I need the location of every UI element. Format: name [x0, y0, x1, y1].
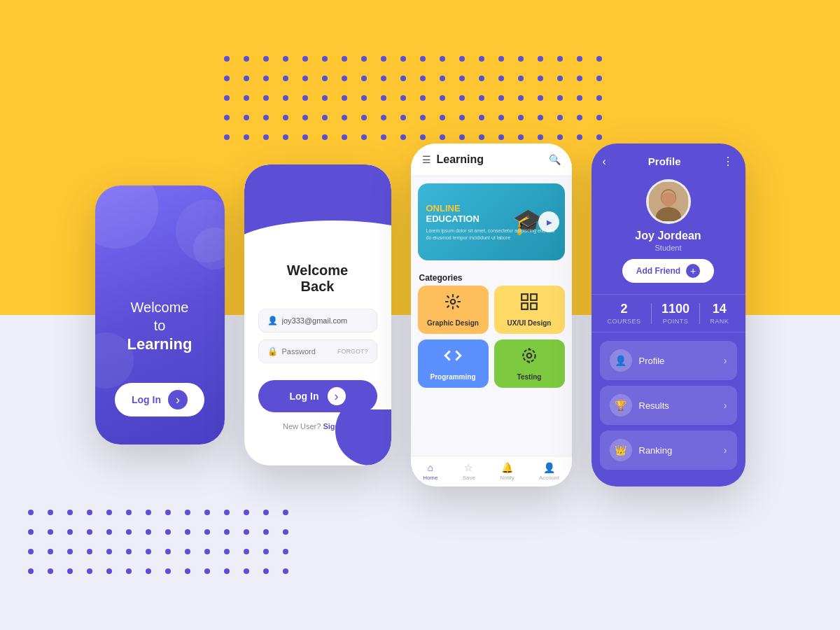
save-icon: ☆	[464, 462, 473, 473]
menu-results[interactable]: 🏆 Results ›	[600, 386, 737, 425]
login-button[interactable]: Log In	[258, 380, 377, 412]
login-title: Welcome Back	[287, 262, 348, 295]
points-label: POINTS	[663, 318, 689, 325]
welcome-login-label: Log In	[132, 394, 161, 405]
nav-notify[interactable]: 🔔 Notify	[500, 462, 514, 481]
password-input[interactable]	[282, 347, 333, 356]
learning-title: Learning	[437, 153, 484, 166]
account-label: Account	[539, 475, 559, 481]
notify-label: Notify	[500, 475, 514, 481]
login-bottom-decoration	[244, 410, 391, 465]
ux-ui-icon	[520, 293, 538, 315]
welcome-text-block: Welcome to Learning	[127, 298, 192, 355]
courses-value: 2	[621, 302, 628, 316]
nav-account[interactable]: 👤 Account	[539, 462, 559, 481]
testing-icon	[520, 346, 538, 369]
lock-icon: 🔒	[267, 346, 278, 356]
profile-menu-label: Profile	[639, 356, 717, 366]
rank-label: RANK	[710, 318, 729, 325]
category-graphic-design[interactable]: Graphic Design	[418, 286, 489, 334]
welcome-login-button[interactable]: Log In	[115, 383, 204, 416]
nav-save[interactable]: ☆ Save	[463, 462, 475, 481]
profile-chevron-icon: ›	[724, 355, 727, 366]
svg-point-6	[523, 349, 535, 361]
categories-label: Categories	[411, 267, 572, 286]
phone-welcome: Welcome to Learning Log In	[95, 186, 225, 444]
profile-menu-icon: 👤	[610, 349, 632, 372]
ranking-menu-label: Ranking	[639, 445, 717, 456]
profile-user-role: Student	[655, 244, 682, 252]
search-icon[interactable]: 🔍	[549, 154, 561, 165]
results-chevron-icon: ›	[724, 400, 727, 411]
learning-header: ☰ Learning 🔍	[411, 144, 572, 176]
testing-label: Testing	[517, 373, 542, 381]
category-ux-ui-design[interactable]: UX/UI Design	[494, 286, 565, 334]
stat-points: 1100 POINTS	[662, 302, 690, 325]
svg-rect-4	[531, 303, 537, 309]
login-button-label: Log In	[290, 391, 319, 402]
header-left: ☰ Learning	[422, 153, 484, 166]
results-menu-icon: 🏆	[610, 394, 632, 416]
welcome-line3: Learning	[127, 335, 192, 355]
phone-profile: ‹ Profile ⋮ Joy Jordean Student Add Frie…	[592, 144, 746, 486]
phone-learning: ☰ Learning 🔍 ONLINE EDUCATION Lorem ipsu…	[411, 144, 572, 486]
avatar	[646, 179, 691, 224]
home-icon: ⌂	[428, 462, 433, 473]
rank-value: 14	[713, 302, 727, 316]
profile-title: Profile	[648, 155, 681, 167]
hero-description: Lorem ipsum dolor sit amet, consectetur …	[426, 227, 556, 241]
menu-ranking[interactable]: 👑 Ranking ›	[600, 430, 737, 470]
svg-point-0	[451, 300, 456, 304]
welcome-login-arrow-icon	[168, 390, 188, 410]
add-friend-button[interactable]: Add Friend +	[622, 259, 714, 283]
profile-user-name: Joy Jordean	[635, 230, 701, 242]
hamburger-icon[interactable]: ☰	[422, 154, 431, 165]
stat-rank: 14 RANK	[710, 302, 729, 325]
svg-rect-1	[522, 294, 528, 300]
graphic-design-label: Graphic Design	[427, 319, 479, 327]
stat-courses: 2 COURSES	[608, 302, 641, 325]
forgot-link[interactable]: FORGOT?	[337, 348, 368, 355]
graphic-design-icon	[444, 293, 462, 315]
categories-grid: Graphic Design UX/UI Design	[411, 286, 572, 393]
stats-row: 2 COURSES 1100 POINTS 14 RANK	[592, 294, 746, 332]
hero-text: ONLINE EDUCATION Lorem ipsum dolor sit a…	[418, 195, 565, 250]
email-input[interactable]	[282, 316, 368, 325]
svg-rect-2	[531, 294, 537, 300]
category-programming[interactable]: Programming	[418, 340, 489, 388]
points-value: 1100	[662, 302, 690, 316]
stat-divider-1	[651, 303, 652, 324]
more-options-icon[interactable]: ⋮	[722, 155, 734, 168]
add-friend-label: Add Friend	[636, 266, 680, 276]
ranking-menu-icon: 👑	[610, 439, 632, 461]
programming-icon	[444, 346, 462, 369]
hero-label2: EDUCATION	[426, 214, 556, 225]
email-field[interactable]: 👤	[258, 309, 377, 332]
hero-label1: ONLINE	[426, 203, 556, 214]
save-label: Save	[463, 475, 475, 481]
stat-divider-2	[699, 303, 700, 324]
hero-banner: ONLINE EDUCATION Lorem ipsum dolor sit a…	[418, 183, 565, 260]
profile-menu: 👤 Profile › 🏆 Results › 👑 Ranking ›	[592, 332, 746, 478]
nav-home[interactable]: ⌂ Home	[423, 462, 438, 481]
profile-avatar-section: Joy Jordean Student Add Friend +	[592, 168, 746, 294]
welcome-line2: to	[127, 316, 192, 335]
menu-profile[interactable]: 👤 Profile ›	[600, 341, 737, 380]
svg-point-5	[527, 354, 532, 358]
ranking-chevron-icon: ›	[724, 444, 727, 456]
welcome-line1: Welcome	[127, 298, 192, 316]
home-label: Home	[423, 475, 438, 481]
login-arrow-icon	[328, 387, 346, 405]
plus-icon: +	[686, 264, 700, 278]
phones-container: Welcome to Learning Log In Welcome Back …	[0, 0, 840, 630]
results-menu-label: Results	[639, 400, 717, 411]
back-arrow-icon[interactable]: ‹	[603, 155, 606, 168]
svg-rect-3	[522, 303, 528, 309]
phone-login: Welcome Back 👤 🔒 FORGOT? Log In New User…	[244, 164, 391, 465]
login-top-decoration	[244, 164, 391, 248]
programming-label: Programming	[430, 373, 475, 381]
profile-header: ‹ Profile ⋮	[592, 144, 746, 168]
courses-label: COURSES	[608, 318, 641, 325]
password-field[interactable]: 🔒 FORGOT?	[258, 340, 377, 363]
category-testing[interactable]: Testing	[494, 340, 565, 388]
